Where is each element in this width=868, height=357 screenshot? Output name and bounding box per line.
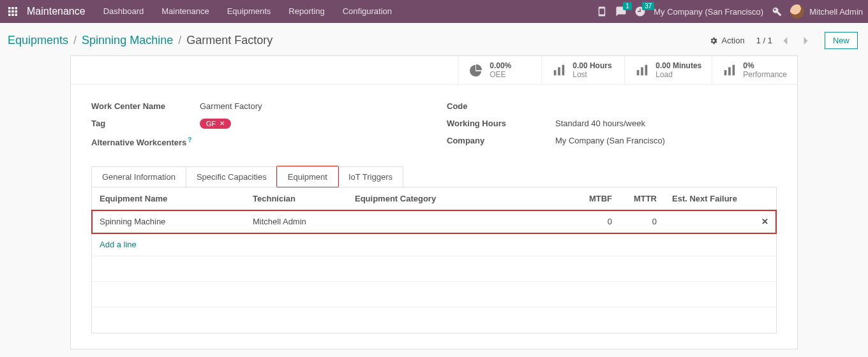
- label-work-center-name: Work Center Name: [91, 101, 200, 111]
- label-company: Company: [447, 136, 555, 145]
- top-nav: Maintenance Dashboard Maintenance Equipm…: [0, 0, 868, 23]
- form-fields: Work Center Name Garment Factory Tag GF …: [71, 85, 797, 166]
- delete-row-button[interactable]: ✕: [754, 210, 776, 233]
- col-mtbf[interactable]: MTBF: [556, 187, 620, 210]
- pager: 1 / 1: [756, 33, 813, 49]
- stat-lost-label: Lost: [572, 70, 611, 79]
- stat-perf-value: 0%: [743, 61, 787, 70]
- breadcrumb-root[interactable]: Equipments: [8, 34, 68, 47]
- avatar: [790, 4, 804, 18]
- svg-rect-16: [728, 67, 731, 75]
- tab-specific-capacities[interactable]: Specific Capacities: [186, 166, 278, 187]
- tab-equipment[interactable]: Equipment: [277, 166, 338, 187]
- svg-rect-14: [645, 65, 648, 76]
- svg-rect-7: [11, 14, 14, 17]
- control-panel: Equipments / Spinning Machine / Garment …: [0, 23, 868, 55]
- tab-general-information[interactable]: General Information: [91, 166, 186, 187]
- nav-item-reporting[interactable]: Reporting: [281, 0, 332, 23]
- tab-iot-triggers[interactable]: IoT Triggers: [338, 166, 403, 187]
- cell-next-failure[interactable]: [664, 210, 754, 233]
- main-menu: Dashboard Maintenance Equipments Reporti…: [96, 0, 400, 23]
- add-line-label[interactable]: Add a line: [92, 233, 776, 256]
- empty-row: [92, 307, 776, 333]
- svg-rect-0: [8, 7, 11, 10]
- stat-load[interactable]: 0.00 MinutesLoad: [624, 56, 712, 84]
- pager-prev-button[interactable]: [779, 33, 793, 49]
- cell-mttr[interactable]: 0: [620, 210, 664, 233]
- form-left-column: Work Center Name Garment Factory Tag GF …: [91, 101, 421, 155]
- activities-button[interactable]: 37: [634, 6, 646, 17]
- label-code: Code: [447, 101, 555, 111]
- svg-rect-1: [11, 7, 14, 10]
- breadcrumb-separator: /: [73, 34, 77, 47]
- stat-load-value: 0.00 Minutes: [655, 61, 701, 70]
- cell-category[interactable]: [347, 210, 556, 233]
- cell-technician[interactable]: Mitchell Admin: [245, 210, 347, 233]
- tag-remove-icon[interactable]: ✕: [220, 120, 225, 127]
- bar-chart-icon: [552, 63, 566, 77]
- col-category[interactable]: Equipment Category: [347, 187, 556, 210]
- svg-rect-10: [558, 67, 560, 75]
- phone-icon[interactable]: [596, 6, 608, 17]
- svg-rect-2: [15, 7, 18, 10]
- stat-perf-label: Performance: [743, 70, 787, 79]
- new-record-button[interactable]: New: [825, 32, 858, 49]
- apps-launcher-button[interactable]: [5, 4, 20, 19]
- cell-equipment-name[interactable]: Spinning Machine: [92, 210, 245, 233]
- chevron-right-icon: [803, 37, 809, 45]
- messages-button[interactable]: 1: [615, 6, 627, 17]
- empty-row: [92, 256, 776, 282]
- notebook-tabs: General Information Specific Capacities …: [71, 166, 797, 187]
- breadcrumb: Equipments / Spinning Machine / Garment …: [8, 34, 273, 47]
- stat-lost-value: 0.00 Hours: [572, 61, 611, 70]
- systray: 1 37 My Company (San Francisco) Mitchell…: [596, 4, 863, 18]
- user-menu[interactable]: Mitchell Admin: [790, 4, 863, 18]
- value-work-center-name[interactable]: Garment Factory: [200, 101, 262, 111]
- svg-rect-5: [15, 10, 18, 13]
- add-line-row[interactable]: Add a line: [92, 233, 776, 256]
- col-equipment-name[interactable]: Equipment Name: [92, 187, 245, 210]
- pie-chart-icon: [469, 63, 483, 77]
- company-switcher[interactable]: My Company (San Francisco): [654, 7, 763, 17]
- apps-grid-icon: [8, 7, 17, 16]
- nav-item-dashboard[interactable]: Dashboard: [96, 0, 152, 23]
- notebook-page-equipment: Equipment Name Technician Equipment Cate…: [91, 187, 777, 333]
- pager-next-button[interactable]: [799, 33, 813, 49]
- breadcrumb-current: Garment Factory: [186, 34, 273, 47]
- app-name: Maintenance: [27, 6, 86, 17]
- bar-chart-icon: [722, 63, 737, 77]
- stat-performance[interactable]: 0%Performance: [712, 56, 797, 84]
- value-working-hours[interactable]: Standard 40 hours/week: [555, 119, 645, 128]
- tag-text: GF: [206, 120, 216, 127]
- gear-icon: [709, 36, 718, 45]
- action-menu-button[interactable]: Action: [709, 36, 745, 45]
- col-technician[interactable]: Technician: [245, 187, 347, 210]
- svg-rect-8: [15, 14, 18, 17]
- nav-item-maintenance[interactable]: Maintenance: [154, 0, 216, 23]
- stat-oee-label: OEE: [490, 70, 511, 79]
- label-alt-workcenters: Alternative Workcenters?: [91, 136, 200, 147]
- table-row[interactable]: Spinning Machine Mitchell Admin 0 0 ✕: [92, 210, 776, 233]
- breadcrumb-mid[interactable]: Spinning Machine: [82, 34, 173, 47]
- stat-lost[interactable]: 0.00 HoursLost: [541, 56, 624, 84]
- action-menu-label: Action: [722, 36, 745, 45]
- bar-chart-icon: [635, 63, 649, 77]
- help-icon[interactable]: ?: [188, 136, 191, 143]
- svg-rect-15: [724, 70, 727, 75]
- cell-mtbf[interactable]: 0: [556, 210, 620, 233]
- nav-item-equipments[interactable]: Equipments: [220, 0, 279, 23]
- tag-chip[interactable]: GF ✕: [200, 119, 231, 129]
- nav-item-configuration[interactable]: Configuration: [335, 0, 400, 23]
- value-company[interactable]: My Company (San Francisco): [555, 136, 665, 145]
- stat-load-label: Load: [655, 70, 701, 79]
- svg-rect-17: [733, 65, 735, 76]
- empty-row: [92, 282, 776, 307]
- label-tag: Tag: [91, 119, 200, 129]
- svg-rect-6: [8, 14, 11, 17]
- col-next-failure[interactable]: Est. Next Failure: [664, 187, 754, 210]
- debug-wrench-icon[interactable]: [771, 6, 782, 17]
- stat-oee[interactable]: 0.00%OEE: [458, 56, 541, 84]
- chevron-left-icon: [782, 37, 788, 45]
- svg-rect-12: [637, 70, 640, 75]
- col-mttr[interactable]: MTTR: [620, 187, 664, 210]
